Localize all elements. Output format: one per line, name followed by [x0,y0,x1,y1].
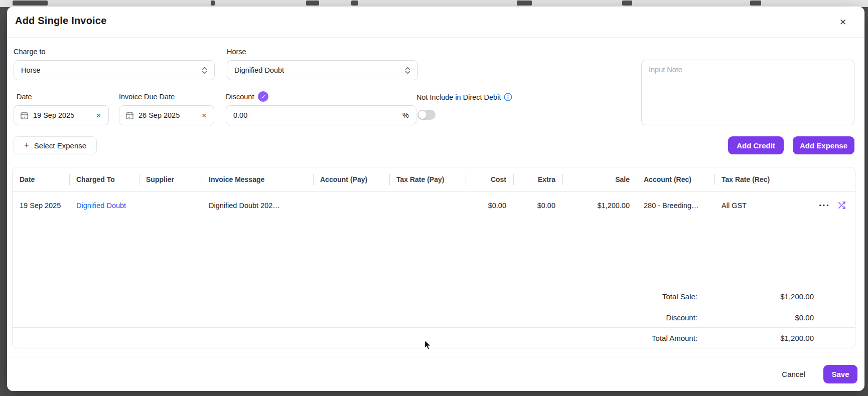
discount-value: 0.00 [233,111,247,119]
discount-total-value: $0.00 [697,313,814,322]
note-input[interactable] [641,60,854,125]
horse-label: Horse [227,48,246,56]
charge-to-select[interactable]: Horse [14,60,215,80]
horse-select[interactable]: Dignified Doubt [227,60,418,80]
add-credit-button[interactable]: Add Credit [728,136,784,154]
background-fragment [517,1,532,6]
col-cost: Cost [466,167,513,191]
col-account-rec: Account (Rec) [637,167,714,191]
col-charged-to: Charged To [69,167,139,191]
percent-suffix: % [402,111,409,119]
table-header-row: Date Charged To Supplier Invoice Message… [13,167,855,191]
chevron-updown-icon [405,66,410,75]
invoice-due-date-value: 26 Sep 2025 [138,111,196,119]
col-invoice-message: Invoice Message [202,167,313,191]
calendar-icon [20,111,29,120]
cell-date: 19 Sep 2025 [13,191,69,219]
dialog-header: Add Single Invoice ✕ [7,7,864,38]
background-logo-fragment [13,1,48,6]
col-date: Date [13,167,69,191]
charge-to-label: Charge to [14,48,46,56]
invoice-lines-table: Date Charged To Supplier Invoice Message… [12,167,855,348]
row-actions: ··· [808,201,849,210]
discount-applied-check-icon[interactable]: ✓ [258,91,268,102]
total-sale-value: $1,200.00 [697,292,814,301]
direct-debit-label: Not Include in Direct Debit [416,93,501,101]
date-label: Date [17,93,32,101]
cell-account-rec: 280 - Breeding… [637,191,714,219]
info-icon[interactable] [504,93,512,101]
direct-debit-label-group: Not Include in Direct Debit [416,93,512,101]
total-amount-label: Total Amount: [13,334,697,342]
background-fragment [306,1,319,6]
add-expense-button[interactable]: Add Expense [793,136,854,154]
col-tax-rate-pay: Tax Rate (Pay) [389,167,466,191]
save-button[interactable]: Save [823,365,857,383]
col-supplier: Supplier [139,167,202,191]
direct-debit-toggle[interactable] [417,110,436,120]
more-options-icon[interactable]: ··· [819,201,830,210]
charge-to-value: Horse [21,66,41,74]
discount-label: Discount [226,93,254,101]
discount-total-label: Discount: [13,313,697,322]
add-single-invoice-dialog: Add Single Invoice ✕ Charge to Horse Hor… [7,7,864,391]
discount-label-group: Discount ✓ [226,91,268,102]
table-empty-space [13,219,855,286]
shuffle-icon[interactable] [837,201,846,210]
col-actions [801,167,855,191]
dialog-footer: Cancel Save [7,357,864,391]
total-sale-label: Total Sale: [13,292,697,301]
col-extra: Extra [513,167,562,191]
background-fragment [622,1,632,6]
clear-due-date-icon[interactable]: ✕ [201,111,208,120]
cell-extra: $0.00 [513,191,562,219]
background-fragment [351,1,358,6]
discount-input[interactable]: 0.00 % [226,105,416,125]
chevron-updown-icon [202,66,207,75]
cell-invoice-message: Dignified Doubt 202… [202,191,313,219]
toggle-knob [418,111,426,119]
col-account-pay: Account (Pay) [313,167,389,191]
horse-value: Dignified Doubt [234,66,284,74]
col-sale: Sale [562,167,637,191]
cell-tax-rate-pay [389,191,466,219]
cancel-button[interactable]: Cancel [779,369,808,379]
total-amount-value: $1,200.00 [697,334,814,342]
table-row: 19 Sep 2025 Dignified Doubt Dignified Do… [13,191,855,219]
date-value: 19 Sep 2025 [33,111,91,119]
cell-sale: $1,200.00 [562,191,637,219]
total-sale-row: Total Sale: $1,200.00 [13,286,855,307]
col-tax-rate-rec: Tax Rate (Rec) [714,167,801,191]
background-fragment [211,1,215,6]
invoice-due-date-input[interactable]: 26 Sep 2025 ✕ [119,105,214,125]
clear-date-icon[interactable]: ✕ [95,111,102,120]
invoice-due-date-label: Invoice Due Date [119,93,175,101]
dialog-title: Add Single Invoice [15,15,107,27]
cell-supplier [139,191,202,219]
date-input[interactable]: 19 Sep 2025 ✕ [14,105,109,125]
total-amount-row: Total Amount: $1,200.00 [13,327,855,348]
cell-tax-rate-rec: All GST [714,191,801,219]
background-page-strip [0,0,868,7]
cell-account-pay [313,191,389,219]
select-expense-label: Select Expense [34,141,86,150]
discount-total-row: Discount: $0.00 [13,307,855,327]
close-icon[interactable]: ✕ [836,16,849,29]
plus-icon: + [24,140,29,150]
select-expense-button[interactable]: + Select Expense [14,136,97,154]
cell-cost: $0.00 [466,191,513,219]
charged-to-link[interactable]: Dignified Doubt [76,202,126,210]
background-fragment [750,1,761,6]
calendar-icon [125,111,134,120]
